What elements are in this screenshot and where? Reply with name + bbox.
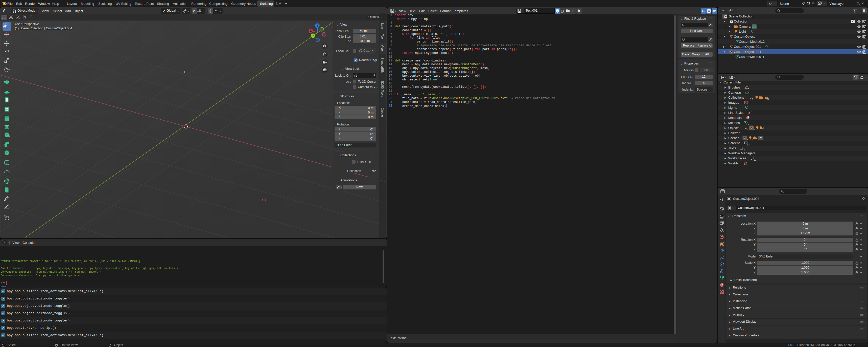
svg-text:Z: Z (317, 24, 318, 27)
svg-text:2: 2 (702, 11, 703, 13)
svg-text:1: 1 (702, 9, 703, 11)
